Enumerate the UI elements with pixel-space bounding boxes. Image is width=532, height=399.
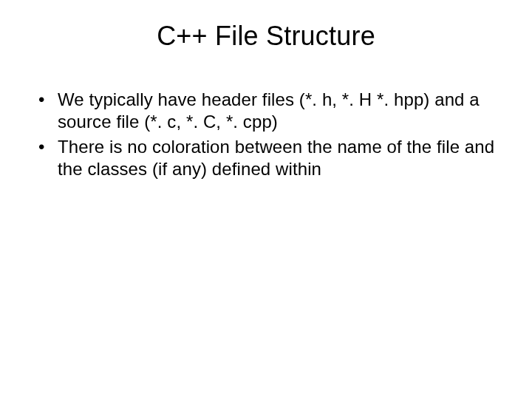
slide-title: C++ File Structure [30,21,502,52]
slide-container: C++ File Structure We typically have hea… [0,0,532,399]
bullet-list: We typically have header files (*. h, *.… [30,89,502,180]
list-item: We typically have header files (*. h, *.… [35,89,502,133]
list-item: There is no coloration between the name … [35,136,502,180]
